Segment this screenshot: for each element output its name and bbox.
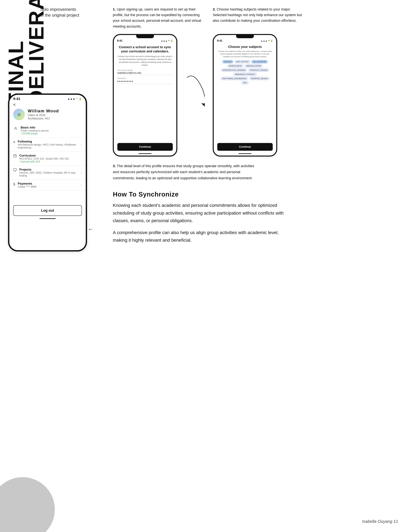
following-arrow[interactable]: › xyxy=(81,143,82,146)
tag-hci[interactable]: #HCI xyxy=(241,81,249,84)
left-pointing-arrow: ← xyxy=(88,226,94,232)
subjects-continue-btn[interactable]: Continue xyxy=(217,143,273,151)
tag-design[interactable]: #DESIGN xyxy=(222,60,233,63)
tag-brass-copper[interactable]: #BRASS/COPPER xyxy=(244,64,263,67)
tags-row-5: #SOFTWARE_ENGINEERING #GRAPHIC_DESIGN xyxy=(217,77,273,80)
subjects-title: Choose your subjects xyxy=(217,45,273,49)
connect-desc: Connect your school account to turbochar… xyxy=(117,55,173,66)
step2-container: 2. Choose hashtag subjects related to yo… xyxy=(213,6,303,29)
step1-body: Upon signing up, users are required to s… xyxy=(113,7,201,28)
class-year: Class of 2016 xyxy=(28,114,59,117)
projects-title: Projects xyxy=(19,168,78,171)
subjects-status-time: 9:41 xyxy=(217,39,223,42)
tag-rhinoceros[interactable]: #RHINOCEROS xyxy=(227,64,243,67)
step1-number: 1. xyxy=(113,7,117,11)
payments-title: Payments xyxy=(18,182,78,185)
password-value: •••••••••• xyxy=(117,79,173,83)
following-content: Following #Architecture design, #HCI, #A… xyxy=(18,140,78,149)
subjects-status-right: ▲▲▲ ⌔ 🔋 xyxy=(261,39,273,42)
sync-title: How To Synchronize xyxy=(113,191,290,198)
person-icon xyxy=(13,126,18,131)
following-section: # Following #Architecture design, #HCI, … xyxy=(9,138,86,152)
projects-icon xyxy=(13,168,17,172)
step2-number: 2. xyxy=(213,7,217,11)
payments-arrow[interactable]: › xyxy=(81,183,82,187)
connect-continue-btn[interactable]: Continue xyxy=(117,143,173,151)
hash-icon: # xyxy=(13,140,15,144)
tags-row-4: #BRANDING STRATEGY xyxy=(217,73,273,76)
following-title: Following xyxy=(18,140,78,143)
payments-section: $ Payments Chase **** 8999 › xyxy=(9,180,86,191)
back-button[interactable]: < xyxy=(9,101,86,108)
profile-info: William Wood Class of 2016 Architecture,… xyxy=(28,108,59,120)
user-name: William Wood xyxy=(28,108,59,114)
zoom-linked: • ZOOM linked xyxy=(21,132,82,135)
status-icons: ▲▲▲ ⌔ 🔋 xyxy=(67,97,82,100)
right-section: 1. Upon signing up, users are required t… xyxy=(113,6,400,244)
payments-subtitle: Chase **** 8999 xyxy=(18,185,78,188)
curriculum-title: Curriculum xyxy=(19,154,82,157)
tag-graphic-design[interactable]: #GRAPHIC_DESIGN xyxy=(249,77,270,80)
projects-arrow[interactable]: › xyxy=(81,171,82,174)
tags-row-6: #HCI xyxy=(217,81,273,84)
tags-row-1: #DESIGN #ART HISTORY #ILLUSTRATOR xyxy=(217,60,273,63)
basic-info-subtitle: Prefer meeting in person xyxy=(21,129,82,132)
email-field[interactable]: Your school email isabella123@cmu.edu xyxy=(117,69,173,75)
step2-text: 2. Choose hashtag subjects related to yo… xyxy=(213,6,303,24)
phone-subjects-status: 9:41 ▲▲▲ ⌔ 🔋 xyxy=(214,38,276,43)
step3-body: The detail level of this profile ensures… xyxy=(113,164,254,180)
step3-container: 3. The detail level of this profile ensu… xyxy=(113,163,258,181)
sync-paragraph-1: Knowing each student's academic and pers… xyxy=(113,201,290,225)
svg-point-0 xyxy=(15,127,16,128)
phone-connect-status: 9:41 ▲▲▲ ⌔ 🔋 xyxy=(114,38,176,43)
password-field[interactable]: Password •••••••••• xyxy=(117,77,173,84)
title-block: Solo improvements of the original projec… xyxy=(6,6,79,105)
connect-status-time: 9:41 xyxy=(117,39,122,42)
svg-rect-5 xyxy=(14,169,17,171)
phones-arrow-container xyxy=(185,74,205,106)
avatar: ☺ xyxy=(13,109,25,120)
phone-connect-notch xyxy=(136,35,154,38)
gray-circle-decoration xyxy=(0,477,55,532)
page-footer: Isabella Ouyang 11 xyxy=(362,519,398,524)
logout-button[interactable]: Log out xyxy=(13,205,82,216)
projects-subtitle: Horizon, ARC 2050, Children Hospital, AR… xyxy=(19,171,78,177)
phone-subjects-content: Choose your subjects Choose your subject… xyxy=(214,43,276,97)
connect-title: Connect a school account to sync your cu… xyxy=(117,45,173,53)
phone-status-bar: 9:41 ▲▲▲ ⌔ 🔋 xyxy=(9,95,86,101)
curriculum-section: Curriculum HCI-87912, COS-101, Studio-55… xyxy=(9,152,86,166)
tag-product-design[interactable]: #PRODUCT_DESIGN xyxy=(248,68,269,72)
tag-software-eng[interactable]: #SOFTWARE_ENGINEERING xyxy=(221,77,248,80)
tags-row-2: #RHINOCEROS #BRASS/COPPER xyxy=(217,64,273,67)
subjects-desc: Choose your subjects to tailor your stud… xyxy=(217,50,273,58)
payments-content: Payments Chase **** 8999 xyxy=(18,182,78,188)
basic-info-content: Basic info Prefer meeting in person • ZO… xyxy=(21,126,82,135)
phone-subjects-mockup: 9:41 ▲▲▲ ⌔ 🔋 Choose your subjects Choose… xyxy=(213,34,277,157)
email-value: isabella123@cmu.edu xyxy=(117,71,173,74)
synced-soi: • Synced with SOI xyxy=(19,160,82,163)
step3-number: 3. xyxy=(113,164,117,168)
phone-connect-content: Connect a school account to sync your cu… xyxy=(114,43,176,89)
tag-branding[interactable]: #BRANDING STRATEGY xyxy=(233,73,257,76)
major: Architecture, HCI xyxy=(28,117,59,120)
curriculum-content: Curriculum HCI-87912, COS-101, Studio-55… xyxy=(19,154,82,163)
step1-container: 1. Upon signing up, users are required t… xyxy=(113,6,203,29)
steps-header: 1. Upon signing up, users are required t… xyxy=(113,6,400,29)
step2-body: Choose hashtag subjects related to your … xyxy=(213,7,302,23)
phone-connect-home-bar xyxy=(139,153,151,154)
phone-connect-mockup: 9:41 ▲▲▲ ⌔ 🔋 Connect a school account to… xyxy=(113,34,177,157)
sync-paragraph-2: A comprehensive profile can also help us… xyxy=(113,229,290,244)
tag-perspective[interactable]: #PERSPECTIVE_DRAWING xyxy=(221,68,247,72)
password-label: Password xyxy=(117,77,173,79)
tag-illustrator[interactable]: #ILLUSTRATOR xyxy=(252,60,268,63)
phone-home-bar xyxy=(39,218,56,219)
curriculum-subtitle: HCI-87912, COS-101, Studio-555, HIS-142 xyxy=(19,157,82,160)
following-subtitle: #Architecture design, #HCI, #Art history… xyxy=(18,143,78,149)
step3-text: 3. The detail level of this profile ensu… xyxy=(113,163,258,181)
basic-info-section: Basic info Prefer meeting in person • ZO… xyxy=(9,124,86,138)
status-time: 9:41 xyxy=(13,97,20,101)
tag-art-history[interactable]: #ART HISTORY xyxy=(234,60,250,63)
svg-rect-1 xyxy=(14,155,17,158)
email-label: Your school email xyxy=(117,69,173,71)
phone-left-mockup: 9:41 ▲▲▲ ⌔ 🔋 < ☺ William Wood Class of 2… xyxy=(8,94,87,251)
